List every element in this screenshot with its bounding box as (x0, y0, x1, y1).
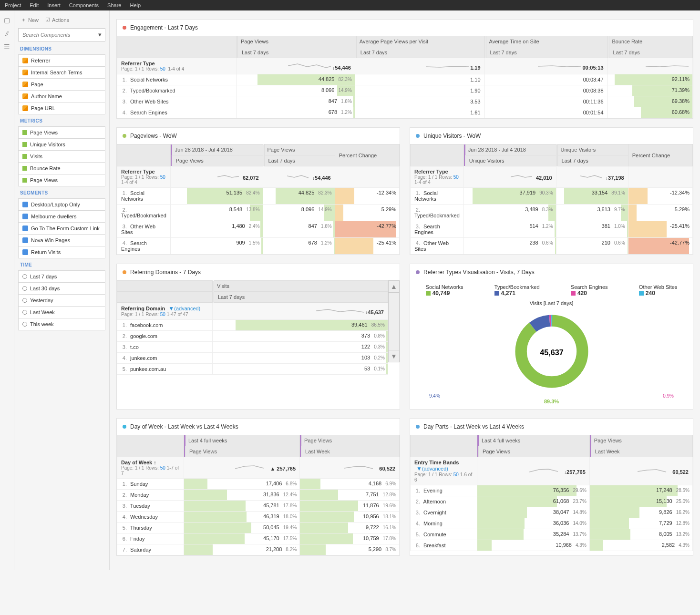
type-icon (22, 93, 28, 99)
type-icon (22, 142, 27, 147)
row-label[interactable]: 4. Search Engines (117, 238, 171, 255)
type-icon (22, 166, 27, 171)
dot-icon (416, 270, 420, 274)
row-label[interactable]: 2. google.com (117, 331, 213, 342)
svg-text:45,637: 45,637 (540, 348, 564, 357)
sidebar-item[interactable]: Yesterday (18, 294, 105, 306)
row-label[interactable]: 7. Saturday (117, 544, 184, 555)
row-label[interactable]: 2. Monday (117, 490, 184, 501)
row-label[interactable]: 5. Thursday (117, 523, 184, 533)
type-icon (22, 237, 28, 243)
row-label[interactable]: 3. Other Web Sites (117, 96, 237, 107)
type-icon (22, 249, 28, 255)
donut-chart: 45,637 9.4%0.9% 89.3% (410, 306, 693, 409)
panel-engagement: Engagement - Last 7 Days Page Views Aver… (116, 19, 693, 119)
row-label[interactable]: 1. Sunday (117, 479, 184, 490)
dot-icon (123, 134, 126, 138)
type-icon (22, 105, 28, 111)
new-button[interactable]: ＋ New (21, 16, 39, 23)
row-label[interactable]: 2. Typed/Bookmarked (117, 205, 171, 221)
menu-insert[interactable]: Insert (47, 2, 61, 8)
row-label[interactable]: 4. junkee.com (117, 353, 213, 364)
sidebar-item[interactable]: Page Views (18, 126, 105, 138)
type-icon (22, 298, 27, 303)
sidebar-item[interactable]: Referrer (18, 54, 105, 66)
row-label[interactable]: 1. Evening (411, 485, 477, 496)
row-label[interactable]: 6. Friday (117, 533, 184, 544)
legend-item: Typed/Bookmarked4,271 (494, 284, 540, 297)
sidebar-item[interactable]: Last 7 days (18, 270, 105, 282)
chart-icon[interactable]: ⫽ (4, 30, 10, 36)
type-icon (22, 214, 28, 219)
row-label[interactable]: 3. Other Web Sites (117, 221, 171, 238)
sidebar-item[interactable]: Desktop/Laptop Only (18, 198, 105, 210)
sidebar-item[interactable]: Go To The Form Custom Link (18, 222, 105, 234)
row-label[interactable]: 2. Afternoon (411, 496, 477, 507)
panel-title: Day of Week - Last Week vs Last 4 Weeks (130, 423, 238, 430)
type-icon (22, 202, 28, 207)
dim-label[interactable]: Referrer Type (121, 61, 232, 66)
row-label[interactable]: 1. Social Networks (117, 74, 237, 85)
menu-help[interactable]: Help (130, 2, 141, 8)
panel-title: Pageviews - WoW (130, 133, 177, 139)
sidebar-item[interactable]: Return Visits (18, 246, 105, 258)
sidebar-item[interactable]: Last Week (18, 306, 105, 318)
col-br[interactable]: Bounce Rate (609, 36, 692, 47)
sidebar-item[interactable]: Nova Win Pages (18, 234, 105, 246)
legend-item: Other Web Sites240 (639, 284, 678, 297)
filter-icon[interactable]: ▾ (98, 31, 102, 38)
row-label[interactable]: 2. Typed/Bookmarked (117, 85, 237, 96)
menu-bar: Project Edit Insert Components Share Hel… (0, 0, 700, 10)
sidebar-item[interactable]: Unique Visitors (18, 138, 105, 150)
row-label[interactable]: 3. Tuesday (117, 501, 184, 512)
type-icon (22, 322, 27, 327)
row-label[interactable]: 4. Morning (411, 518, 477, 529)
row-label[interactable]: 4. Other Web Sites (411, 238, 464, 255)
sidebar-item[interactable]: Author Name (18, 90, 105, 102)
filter-icon[interactable]: ▼ (168, 305, 174, 312)
search-input[interactable] (18, 28, 105, 41)
sidebar-item[interactable]: Bounce Rate (18, 162, 105, 174)
scroll-down[interactable]: ▼ (388, 350, 400, 362)
sidebar-item[interactable]: Internal Search Terms (18, 66, 105, 78)
menu-components[interactable]: Components (69, 2, 99, 8)
panel-title: Referrer Types Visualisation - Visits, 7… (423, 269, 535, 276)
actions-button[interactable]: ☑ Actions (45, 16, 69, 23)
panel-icon[interactable]: ▢ (4, 16, 10, 23)
panel-title: Day Parts - Last Week vs Last 4 Weeks (423, 423, 524, 430)
col-ats[interactable]: Average Time on Site (486, 36, 607, 47)
row-label[interactable]: 4. Search Engines (117, 107, 237, 118)
type-icon (22, 310, 27, 315)
row-label[interactable]: 3. t.co (117, 342, 213, 353)
sidebar-item[interactable]: Page URL (18, 102, 105, 114)
row-label[interactable]: 1. Social Networks (411, 188, 464, 205)
sidebar-item[interactable]: Page (18, 78, 105, 90)
list-icon[interactable]: ☰ (4, 43, 10, 50)
panel-dow: Day of Week - Last Week vs Last 4 Weeks … (116, 418, 400, 556)
menu-share[interactable]: Share (107, 2, 121, 8)
sidebar-item[interactable]: Page Views (18, 174, 105, 186)
row-label[interactable]: 5. punkee.com.au (117, 364, 213, 375)
row-label[interactable]: 5. Commute (411, 529, 477, 540)
sidebar-item[interactable]: Visits (18, 150, 105, 162)
sidebar-item[interactable]: Last 30 days (18, 282, 105, 294)
menu-edit[interactable]: Edit (30, 2, 39, 8)
filter-icon[interactable]: ▼ (416, 465, 422, 472)
legend-item: Search Engines420 (571, 284, 608, 297)
row-label[interactable]: 6. Breakfast (411, 540, 477, 551)
type-icon (22, 226, 28, 231)
scroll-up[interactable]: ▲ (388, 280, 400, 293)
row-label[interactable]: 1. facebook.com (117, 320, 213, 331)
row-label[interactable]: 3. Overnight (411, 507, 477, 518)
row-label[interactable]: 4. Wednesday (117, 512, 184, 523)
menu-project[interactable]: Project (5, 2, 21, 8)
sidebar-item[interactable]: Melbourne dwellers (18, 210, 105, 222)
panel-reftypes-viz: Referrer Types Visualisation - Visits, 7… (410, 264, 693, 410)
row-label[interactable]: 2. Typed/Bookmarked (411, 205, 464, 221)
sidebar-item[interactable]: This week (18, 318, 105, 330)
row-label[interactable]: 1. Social Networks (117, 188, 171, 205)
col-pv[interactable]: Page Views (238, 36, 355, 47)
col-apv[interactable]: Average Page Views per Visit (356, 36, 484, 47)
panel-title: Engagement - Last 7 Days (130, 24, 198, 31)
row-label[interactable]: 3. Search Engines (411, 221, 464, 238)
